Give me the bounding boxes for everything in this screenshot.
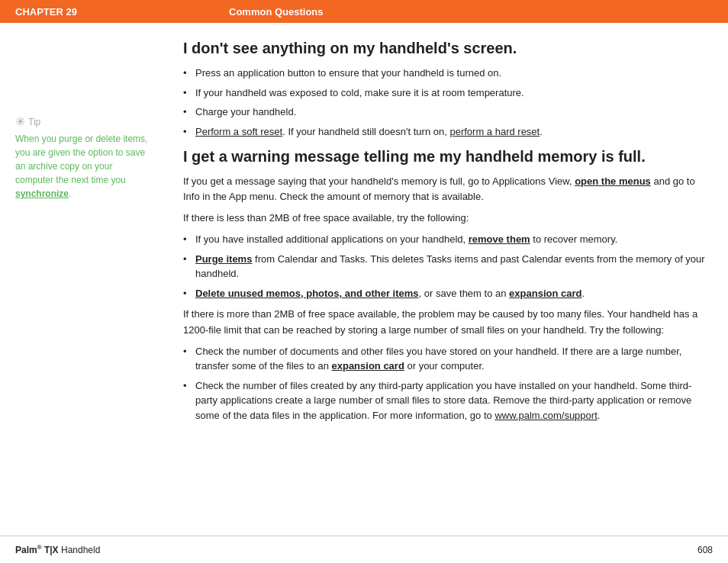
bullet-item: Purge items from Calendar and Tasks. Thi… [183,252,713,282]
registered-mark: ® [37,544,42,551]
synchronize-link[interactable]: synchronize [15,188,69,199]
remove-them-link[interactable]: remove them [469,233,530,245]
bullet-item: If your handheld was exposed to cold, ma… [183,85,713,101]
section2-bullets2: Check the number of documents and other … [183,344,713,423]
tip-star-icon: ✳ [15,114,25,129]
header-bar: CHAPTER 29 Common Questions [0,0,728,23]
bullet-item: Press an application button to ensure th… [183,66,713,81]
delete-unused-link[interactable]: Delete unused memos, photos, and other i… [195,288,419,299]
tip-text: When you purge or delete items, you are … [15,134,147,185]
section2-intro: If you get a message saying that your ha… [183,174,713,204]
bullet-item: Check the number of documents and other … [183,344,713,374]
chapter-title: Common Questions [229,6,324,18]
bullet-item: Charge your handheld. [183,105,713,120]
footer-model: Handheld [59,545,101,555]
expansion-card-link1[interactable]: expansion card [509,288,581,299]
section1-title: I don't see anything on my handheld's sc… [183,38,713,58]
sidebar: ✳ Tip When you purge or delete items, yo… [15,38,168,528]
footer-brand: Palm® T|X Handheld [15,544,100,555]
tip-suffix: . [69,188,71,199]
bullet-item: If you have installed additional applica… [183,232,713,247]
bullet-item: Perform a soft reset. If your handheld s… [183,124,713,140]
tip-body: When you purge or delete items, you are … [15,132,153,201]
bullet-item: Delete unused memos, photos, and other i… [183,286,713,301]
article: I don't see anything on my handheld's sc… [168,38,713,528]
section2-bullets: If you have installed additional applica… [183,232,713,301]
chapter-label: CHAPTER 29 [15,6,229,18]
purge-items-link[interactable]: Purge items [195,253,252,265]
soft-reset-link[interactable]: Perform a soft reset [195,126,282,137]
hard-reset-link[interactable]: perform a hard reset [449,126,540,137]
footer-page: 608 [697,545,713,555]
brand-name: Palm® T|X [15,545,59,555]
palm-support-link[interactable]: www.palm.com/support [494,410,597,421]
section2-title: I get a warning message telling me my ha… [183,146,713,166]
main-content: ✳ Tip When you purge or delete items, yo… [0,23,728,536]
section2-para3: If there is more than 2MB of free space … [183,307,713,337]
section2-para2: If there is less than 2MB of free space … [183,211,713,226]
open-menus-link[interactable]: open the menus [575,175,651,187]
expansion-card-link2[interactable]: expansion card [331,360,404,372]
section2: I get a warning message telling me my ha… [183,146,713,423]
bullet-item: Check the number of files created by any… [183,378,713,423]
section1: I don't see anything on my handheld's sc… [183,38,713,139]
section1-bullets: Press an application button to ensure th… [183,66,713,139]
footer: Palm® T|X Handheld 608 [0,536,728,563]
tip-header: ✳ Tip [15,114,153,129]
tip-label: Tip [28,117,40,127]
